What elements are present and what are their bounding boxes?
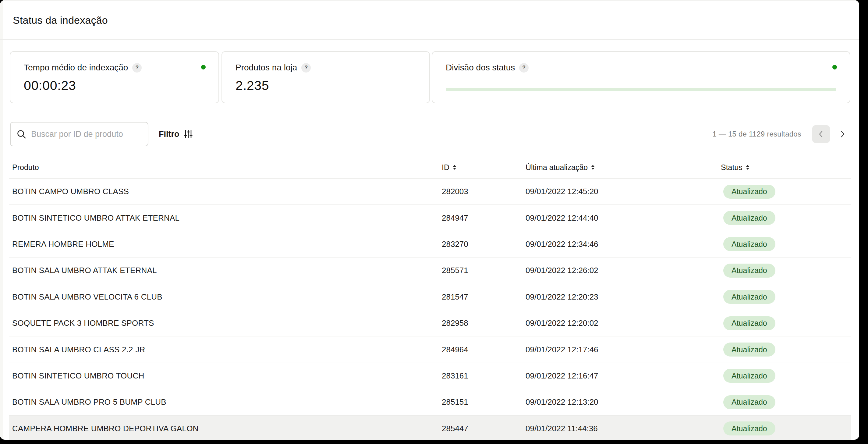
status-cell: Atualizado [721, 211, 851, 225]
product-name-cell: BOTIN SINTETICO UMBRO TOUCH [9, 371, 442, 381]
product-name-cell: BOTIN SINTETICO UMBRO ATTAK ETERNAL [9, 213, 442, 223]
screen-right-black-border [859, 0, 868, 444]
table-row[interactable]: CAMPERA HOMBRE UMBRO DEPORTIVA GALON 285… [9, 416, 851, 440]
table-header-row: Produto ID Última atualização Status [9, 156, 851, 179]
product-name-cell: BOTIN SALA UMBRO ATTAK ETERNAL [9, 266, 442, 275]
table-row[interactable]: BOTIN SALA UMBRO PRO 5 BUMP CLUB 285151 … [9, 389, 851, 415]
card-label: Divisão dos status [446, 63, 515, 72]
product-name-cell: BOTIN SALA UMBRO PRO 5 BUMP CLUB [9, 397, 442, 407]
last-update-cell: 09/01/2022 12:34:46 [526, 239, 721, 249]
last-update-cell: 09/01/2022 12:20:02 [526, 319, 721, 328]
column-header-ultima-atualizacao[interactable]: Última atualização [526, 163, 721, 172]
help-icon[interactable]: ? [519, 63, 529, 72]
table-row[interactable]: BOTIN SALA UMBRO CLASS 2.2 JR 284964 09/… [9, 336, 851, 363]
product-id-cell: 284964 [442, 345, 526, 354]
chevron-right-icon [838, 129, 847, 139]
table-row[interactable]: BOTIN SALA UMBRO ATTAK ETERNAL 285571 09… [9, 258, 851, 284]
sort-icon[interactable] [453, 165, 456, 170]
product-id-cell: 285151 [442, 397, 526, 407]
last-update-cell: 09/01/2022 12:26:02 [526, 266, 721, 275]
card-value: 00:00:23 [24, 78, 76, 93]
status-badge: Atualizado [723, 237, 775, 251]
status-cell: Atualizado [721, 343, 851, 357]
status-badge: Atualizado [723, 343, 775, 357]
status-cell: Atualizado [721, 421, 851, 436]
column-header-produto: Produto [9, 163, 442, 172]
product-name-cell: BOTIN SALA UMBRO CLASS 2.2 JR [9, 345, 442, 354]
product-id-cell: 282958 [442, 319, 526, 328]
status-cell: Atualizado [721, 316, 851, 330]
last-update-cell: 09/01/2022 12:44:40 [526, 213, 721, 223]
product-id-cell: 281547 [442, 292, 526, 302]
status-cell: Atualizado [721, 395, 851, 409]
status-ok-dot-icon [832, 65, 837, 69]
pagination: 1 — 15 de 1129 resultados [713, 122, 851, 146]
status-badge: Atualizado [723, 264, 775, 277]
card-value: 2.235 [236, 78, 269, 93]
column-header-id[interactable]: ID [442, 163, 526, 172]
status-badge: Atualizado [723, 369, 775, 383]
status-ok-dot-icon [201, 65, 206, 69]
status-badge: Atualizado [723, 395, 775, 409]
page-title: Status da indexação [13, 1, 108, 39]
chevron-left-icon [816, 129, 826, 139]
pagination-range-label: 1 — 15 de 1129 resultados [713, 130, 801, 138]
card-label: Produtos na loja [236, 63, 297, 72]
sort-icon[interactable] [746, 165, 749, 170]
filter-label: Filtro [159, 129, 180, 139]
screen-bottom-black-border [0, 440, 868, 444]
product-id-cell: 283270 [442, 239, 526, 249]
status-cell: Atualizado [721, 369, 851, 383]
last-update-cell: 09/01/2022 12:45:20 [526, 187, 721, 196]
status-badge: Atualizado [723, 185, 775, 199]
table-body: BOTIN CAMPO UMBRO CLASS 282003 09/01/202… [9, 179, 851, 440]
search-input[interactable] [30, 129, 135, 139]
help-icon[interactable]: ? [132, 63, 142, 72]
left-edge-strip [0, 1, 3, 440]
product-name-cell: BOTIN SALA UMBRO VELOCITA 6 CLUB [9, 292, 442, 302]
filter-sliders-icon [183, 129, 193, 139]
page-header: Status da indexação [0, 1, 859, 40]
card-average-indexing-time: Tempo médio de indexação ? 00:00:23 [10, 51, 219, 103]
pagination-prev-button[interactable] [812, 125, 830, 143]
status-badge: Atualizado [723, 421, 775, 436]
help-icon[interactable]: ? [301, 63, 311, 72]
last-update-cell: 09/01/2022 12:20:23 [526, 292, 721, 302]
product-name-cell: REMERA HOMBRE HOLME [9, 239, 442, 249]
screenshot-root: Status da indexação Tempo médio de index… [0, 0, 868, 444]
table-row[interactable]: SOQUETE PACK 3 HOMBRE SPORTS 282958 09/0… [9, 310, 851, 336]
table-row[interactable]: BOTIN SINTETICO UMBRO ATTAK ETERNAL 2849… [9, 205, 851, 231]
filter-button[interactable]: Filtro [159, 122, 193, 146]
last-update-cell: 09/01/2022 12:17:46 [526, 345, 721, 354]
product-id-cell: 282003 [442, 187, 526, 196]
table-row[interactable]: BOTIN SINTETICO UMBRO TOUCH 283161 09/01… [9, 363, 851, 389]
status-cell: Atualizado [721, 237, 851, 251]
status-badge: Atualizado [723, 290, 775, 304]
search-box[interactable] [10, 122, 148, 146]
last-update-cell: 09/01/2022 12:16:47 [526, 371, 721, 381]
product-id-cell: 284947 [442, 213, 526, 223]
status-cell: Atualizado [721, 264, 851, 277]
product-id-cell: 283161 [442, 371, 526, 381]
last-update-cell: 09/01/2022 11:44:36 [526, 424, 721, 433]
column-header-status[interactable]: Status [721, 163, 851, 172]
sort-icon[interactable] [591, 165, 594, 170]
pagination-next-button[interactable] [834, 125, 851, 143]
search-icon [17, 129, 26, 139]
status-cell: Atualizado [721, 290, 851, 304]
last-update-cell: 09/01/2022 12:13:20 [526, 397, 721, 407]
product-id-cell: 285447 [442, 424, 526, 433]
card-products-in-store: Produtos na loja ? 2.235 [221, 51, 430, 103]
status-division-bar [446, 88, 836, 91]
table-row[interactable]: REMERA HOMBRE HOLME 283270 09/01/2022 12… [9, 231, 851, 258]
card-label: Tempo médio de indexação [24, 63, 128, 72]
table-row[interactable]: BOTIN SALA UMBRO VELOCITA 6 CLUB 281547 … [9, 284, 851, 310]
product-name-cell: SOQUETE PACK 3 HOMBRE SPORTS [9, 319, 442, 328]
table-row[interactable]: BOTIN CAMPO UMBRO CLASS 282003 09/01/202… [9, 179, 851, 205]
card-status-division: Divisão dos status ? [432, 51, 850, 103]
app-window: Status da indexação Tempo médio de index… [0, 0, 859, 440]
status-badge: Atualizado [723, 211, 775, 225]
status-cell: Atualizado [721, 185, 851, 199]
product-name-cell: CAMPERA HOMBRE UMBRO DEPORTIVA GALON [9, 424, 442, 433]
product-id-cell: 285571 [442, 266, 526, 275]
